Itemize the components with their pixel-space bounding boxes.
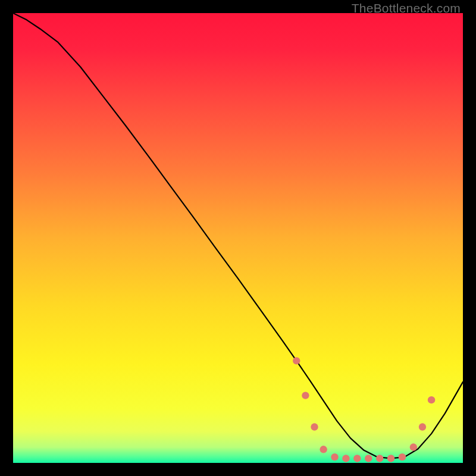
highlight-dot bbox=[365, 455, 372, 462]
highlight-dot bbox=[311, 423, 318, 430]
highlight-dot bbox=[320, 446, 327, 453]
highlight-dot bbox=[419, 423, 426, 430]
highlight-dot bbox=[342, 455, 349, 462]
chart-background bbox=[13, 13, 463, 463]
highlight-dot bbox=[428, 396, 435, 403]
watermark-text: TheBottleneck.com bbox=[352, 1, 461, 15]
highlight-dot bbox=[302, 392, 309, 399]
highlight-dot bbox=[293, 357, 300, 364]
highlight-dot bbox=[387, 455, 394, 462]
chart-svg bbox=[13, 13, 463, 463]
chart-frame bbox=[13, 13, 463, 463]
highlight-dot bbox=[353, 455, 361, 462]
highlight-dot bbox=[376, 455, 383, 462]
highlight-dot bbox=[399, 453, 406, 461]
highlight-dot bbox=[331, 453, 338, 461]
highlight-dot bbox=[410, 443, 417, 450]
